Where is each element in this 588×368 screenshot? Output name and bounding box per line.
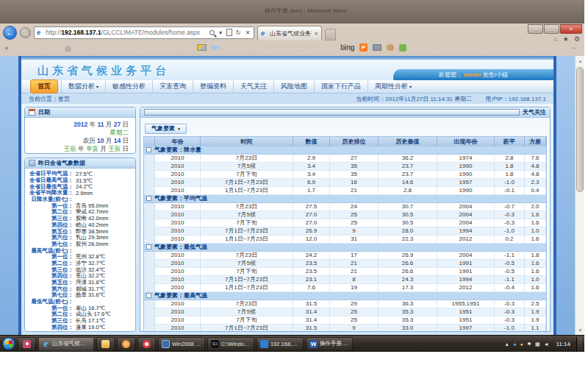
taskbar-red-app-button[interactable] (137, 337, 156, 351)
back-button[interactable]: ← (3, 26, 17, 40)
taskbar-ie-window-button[interactable]: e山东省气候业务平台 (38, 337, 94, 351)
screenshot-addon-icon[interactable] (373, 44, 381, 51)
toolbar-close-icon[interactable]: ✕ (4, 46, 9, 52)
new-tab-button[interactable] (325, 29, 336, 40)
payment-cards-icon[interactable] (197, 44, 207, 51)
nav-item-0[interactable]: 首页 (30, 79, 58, 93)
table-row[interactable]: 20107月23日27.52430.72004-0.72.0 (144, 203, 546, 211)
maximize-button[interactable]: □ (544, 24, 559, 34)
show-desktop-button[interactable] (576, 337, 582, 351)
table-cell: 2010 (155, 284, 201, 291)
more-options-icon[interactable]: ⋯ (570, 44, 577, 52)
summary-value: 31.5℃ (76, 177, 93, 184)
autocomplete-caret-icon[interactable]: ▾ (217, 29, 224, 36)
element-filter-button[interactable]: 气象要素 ▾ (145, 124, 187, 134)
flag-tray-icon[interactable]: ⚑ (527, 342, 531, 347)
date-panel-body: 2012 年 11 月 27 日星期二农历 10 月 14 日壬辰 年 辛亥 月… (25, 118, 135, 153)
group-checkbox[interactable] (146, 244, 151, 250)
table-row[interactable]: 20107月5候31.42535.31951-0.31.9 (144, 308, 546, 316)
address-bar[interactable]: e http://192.168.137.1/GLCCLIMATE/module… (34, 26, 254, 39)
table-row[interactable]: 20107月下旬31.42535.31951-0.31.9 (144, 316, 546, 325)
table-row[interactable]: 20107月下旬27.02530.52004-0.31.6 (144, 219, 546, 227)
table-row[interactable]: 20107月23日24.21726.92004-1.11.8 (144, 252, 546, 260)
forward-button[interactable]: → (20, 27, 31, 38)
group-checkbox[interactable] (146, 293, 151, 298)
nav-item-5[interactable]: 天气关注 (233, 80, 273, 93)
table-row[interactable]: 20107月5候3.43523.719901.84.8 (144, 163, 546, 171)
minimize-button[interactable]: – (528, 24, 543, 34)
table-row[interactable]: 20107月1日~7月23日31.5933.01997-1.01.1 (144, 325, 546, 332)
row-select-cell (144, 308, 155, 316)
cmd-icon: C:\ (211, 340, 219, 348)
row-select-cell (144, 316, 155, 324)
tab-close-icon[interactable]: ✕ (314, 31, 318, 37)
nav-item-4[interactable]: 整编资料 (193, 80, 233, 93)
table-cell: 1994 (437, 227, 495, 235)
table-row[interactable]: 20107月1日~7月23日23.1824.31994-1.11.0 (144, 276, 546, 284)
sogou-search-icon[interactable]: P (359, 43, 368, 52)
security-tray-icon[interactable]: ● (520, 342, 523, 347)
nav-item-6[interactable]: 风险地图 (273, 80, 314, 93)
browser-tab[interactable]: e 山东省气候业务平... ✕ (257, 26, 322, 40)
table-cell: 1.8 (495, 171, 525, 178)
table-row[interactable]: 20101月1日~7月23日1.7212.81990-0.10.4 (144, 187, 546, 195)
row-select-cell (144, 171, 155, 178)
start-button[interactable] (2, 337, 15, 350)
table-cell: 36.3 (379, 300, 437, 308)
taskbar-word-window-button[interactable]: W操作手册.docx ... (306, 337, 353, 351)
table-row[interactable]: 20107月5候27.02530.52004-0.31.6 (144, 211, 546, 219)
send-page-icon[interactable] (212, 44, 220, 51)
taskbar-cmd-window-button[interactable]: C:\C:\Windows\s... (207, 337, 254, 351)
refresh-icon[interactable]: ↻ (234, 29, 242, 36)
taskbar-clock[interactable]: 11:14 (553, 341, 574, 347)
nav-item-7[interactable]: 国家下行产品 (314, 80, 368, 93)
table-cell: -0.3 (495, 219, 525, 227)
table-row[interactable]: 20101月1日~7月23日7.61917.32012-0.41.6 (144, 284, 546, 292)
scroll-down-icon[interactable]: ▼ (576, 325, 584, 335)
table-row[interactable]: 20107月5候23.52126.61991-0.51.6 (144, 260, 546, 268)
taskbar-orange-app-button[interactable] (117, 337, 135, 351)
table-row[interactable]: 20101月1日~7月23日12.03122.320120.21.6 (144, 236, 546, 244)
taskbar-vm-window-button[interactable]: Win2008 (VS2... (158, 337, 205, 351)
element-group-row[interactable]: 气象要素：最高气温 (144, 292, 546, 300)
search-icon[interactable] (209, 30, 215, 35)
element-group-row[interactable]: 气象要素：最低气温 (144, 244, 546, 252)
page-scrollbar[interactable]: ▲ ▼ (575, 56, 584, 335)
table-row[interactable]: 20107月23日2.92736.219742.87.6 (144, 155, 546, 163)
nav-item-8[interactable]: 周期性分析▾ (368, 80, 418, 93)
taskbar-explorer-button[interactable] (96, 337, 115, 351)
stop-icon[interactable]: ✕ (244, 29, 251, 36)
close-button[interactable]: ✕ (560, 24, 582, 34)
nav-item-1[interactable]: 数据分析▾ (61, 80, 105, 93)
table-cell: -0.4 (495, 284, 525, 291)
compatibility-view-icon[interactable] (226, 29, 232, 36)
group-checkbox[interactable] (146, 147, 151, 152)
nav-item-3[interactable]: 灾害查询 (152, 80, 193, 93)
paw-addon-icon[interactable] (387, 44, 394, 51)
table-row[interactable]: 20107月下旬23.52126.61991-0.51.6 (144, 268, 546, 276)
table-row[interactable]: 20107月1日~7月23日6.91614.61957-1.02.3 (144, 179, 546, 187)
element-group-row[interactable]: 气象要素：降水量 (144, 146, 546, 155)
table-row[interactable]: 20107月下旬3.43523.719901.84.8 (144, 171, 546, 179)
scroll-up-icon[interactable]: ▲ (576, 56, 584, 66)
hidden-icons-button[interactable]: ▲ (504, 342, 509, 347)
taskbar: e山东省气候业务平台Win2008 (VS2...C:\C:\Windows\s… (0, 335, 584, 352)
network-tray-icon[interactable]: ▦ (535, 342, 540, 347)
taskbar-rdp-window-button[interactable]: 192.168.59.99... (257, 337, 304, 351)
nav-item-label: 灾害查询 (159, 82, 186, 91)
scrollbar-thumb[interactable] (576, 67, 584, 192)
nav-item-2[interactable]: 敏感性分析 (105, 80, 152, 93)
blocked-content-icon[interactable]: ⊘ (65, 44, 71, 54)
messenger-tray-icon[interactable]: ● (513, 342, 516, 347)
table-row[interactable]: 20107月1日~7月23日26.9928.01994-1.01.0 (144, 227, 546, 236)
bing-logo[interactable]: bing (340, 43, 354, 52)
table-cell: 24.3 (379, 276, 437, 283)
plugin-addon-icon[interactable] (399, 44, 406, 52)
group-checkbox[interactable] (146, 196, 151, 201)
volume-tray-icon[interactable]: ◄ (544, 342, 549, 347)
element-group-row[interactable]: 气象要素：平均气温 (144, 195, 546, 203)
row-select-cell (144, 268, 155, 275)
taskbar-launcher-button[interactable] (18, 337, 36, 351)
table-row[interactable]: 20107月23日31.52936.31955,1951-0.32.5 (144, 300, 546, 308)
table-cell: 2010 (155, 171, 201, 178)
